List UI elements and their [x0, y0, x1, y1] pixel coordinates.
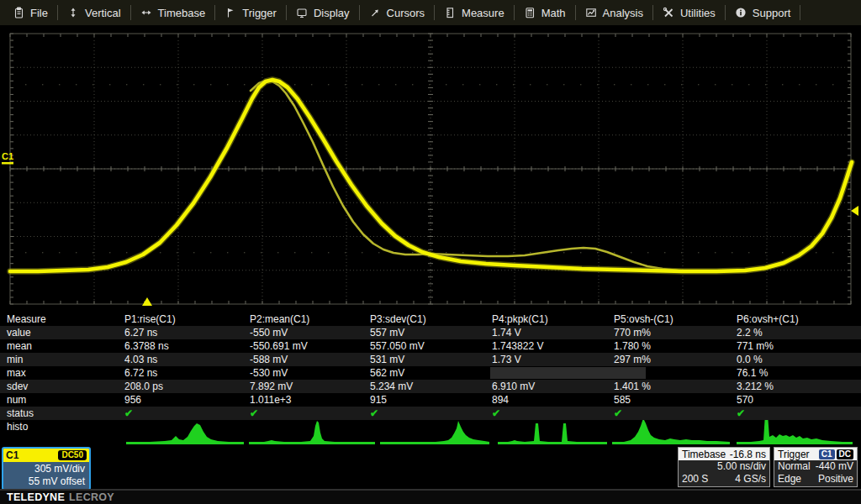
menu-item-label: Cursors — [387, 7, 425, 19]
channel-zero-label: C1 — [2, 151, 13, 161]
timebase-title: Timebase — [682, 449, 726, 460]
timebase-descriptor[interactable]: Timebase -16.8 ns 5.00 ns/div 200 S 4 GS… — [678, 447, 770, 487]
trigger-descriptor[interactable]: Trigger C1 DC Normal -440 mV Edge Positi… — [774, 447, 858, 487]
grid-dot — [563, 84, 564, 85]
status-check-icon: ✔ — [250, 407, 258, 420]
grid-dot — [664, 84, 665, 85]
menu-item-analysis[interactable]: Analysis — [578, 0, 651, 25]
measure-row-max[interactable]: max6.72 ns-530 mV562 mV76.1 % — [0, 366, 861, 380]
row-label: Measure — [7, 312, 46, 326]
trigger-header: Trigger C1 DC — [774, 448, 857, 460]
measure-row-mean[interactable]: mean6.3788 ns-550.691 mV557.050 mV1.7438… — [0, 339, 861, 353]
menu-item-trigger[interactable]: Trigger — [217, 0, 284, 25]
menu-divider — [652, 5, 653, 20]
menu-item-math[interactable]: Math — [516, 0, 573, 25]
trigger-level-marker[interactable] — [851, 206, 858, 216]
menu-item-support[interactable]: Support — [727, 0, 799, 25]
measure-row-num[interactable]: num9561.011e+3915894585570 — [0, 393, 861, 407]
menu-divider — [575, 5, 576, 20]
grid-dot — [530, 84, 531, 85]
grid-dot — [816, 84, 816, 85]
grid-dot — [849, 252, 850, 253]
grid-dot — [25, 84, 26, 85]
grid-dot — [513, 252, 514, 253]
menu-divider — [800, 5, 800, 20]
status-check-icon: ✔ — [614, 407, 622, 420]
measure-cell: -530 mV — [250, 366, 288, 380]
measure-cell: P2:mean(C1) — [250, 312, 309, 326]
grid-dot — [732, 84, 732, 85]
menu-item-vertical[interactable]: Vertical — [60, 0, 129, 25]
menu-item-display[interactable]: Display — [288, 0, 357, 25]
grid-dot — [210, 252, 211, 253]
menu-divider — [130, 5, 131, 20]
grid-dot — [76, 252, 77, 253]
menu-item-utilities[interactable]: Utilities — [655, 0, 723, 25]
grid-dot — [715, 84, 716, 85]
grid-dot — [244, 252, 245, 253]
menu-item-measure[interactable]: Measure — [436, 0, 512, 25]
grid-dot — [42, 84, 43, 85]
trigger-mode: Normal — [778, 460, 811, 473]
measure-cell: 6.910 mV — [492, 380, 535, 393]
vertical-arrows-icon — [67, 7, 79, 18]
grid-dot — [177, 84, 177, 85]
grid-dot — [345, 84, 346, 85]
grid-dot — [378, 84, 379, 85]
measure-cell: 0.0 % — [737, 353, 763, 366]
menu-item-timebase[interactable]: Timebase — [133, 0, 214, 25]
measure-cell: 1.011e+3 — [250, 393, 292, 407]
measure-row-sdev[interactable]: sdev208.0 ps7.892 mV5.234 mV6.910 mV1.40… — [0, 380, 861, 393]
histogram-shape — [737, 420, 853, 444]
grid-dot — [597, 252, 598, 253]
bottom-bar: C1 DC50 305 mV/div 55 mV offset Timebase… — [0, 447, 861, 489]
grid-dot — [160, 252, 161, 253]
channel-scale: 305 mV/div — [3, 463, 85, 475]
trigger-time-marker[interactable] — [142, 297, 152, 306]
menu-item-file[interactable]: File — [5, 0, 55, 25]
measure-cell: P3:sdev(C1) — [370, 312, 426, 326]
measure-cell: 585 — [614, 393, 631, 407]
menu-item-label: File — [30, 7, 48, 19]
measure-row-status[interactable]: status✔✔✔✔✔✔ — [0, 407, 861, 420]
grid-dot — [294, 84, 295, 85]
channel-c1-descriptor[interactable]: C1 DC50 305 mV/div 55 mV offset — [2, 447, 91, 491]
row-label: value — [7, 326, 31, 339]
measure-cell: P1:rise(C1) — [124, 312, 176, 326]
grid-dot — [614, 84, 615, 85]
grid-dot — [177, 252, 177, 253]
measure-cell: 771 m% — [737, 339, 774, 353]
measure-row-min[interactable]: min4.03 ns-588 mV531 mV1.73 V297 m%0.0 % — [0, 353, 861, 366]
grid-dot — [462, 252, 463, 253]
grid-dot — [193, 252, 194, 253]
measure-cell: 208.0 ps — [124, 380, 163, 393]
waveform-display[interactable]: C1 — [0, 27, 861, 312]
cell-selection-highlight — [490, 367, 646, 379]
analysis-chart-icon — [585, 7, 597, 18]
measure-cell: 562 mV — [370, 366, 404, 380]
grid-dot — [446, 84, 446, 85]
histogram-shape — [126, 423, 244, 444]
measure-cell: 7.892 mV — [250, 380, 293, 393]
menu-item-cursors[interactable]: Cursors — [362, 0, 433, 25]
grid-dot — [126, 84, 127, 85]
grid-dot — [109, 84, 110, 85]
timebase-header: Timebase -16.8 ns — [679, 448, 769, 460]
measure-cell: 1.401 % — [614, 380, 651, 393]
row-label: num — [7, 393, 26, 407]
menu-item-label: Timebase — [158, 7, 206, 19]
trigger-title: Trigger — [778, 449, 810, 460]
waveform-grid[interactable]: C1 — [0, 27, 861, 312]
grid-dot — [328, 252, 329, 253]
row-label: sdev — [7, 380, 28, 393]
grid-dot — [681, 252, 682, 253]
measure-cell: -588 mV — [250, 353, 288, 366]
timebase-scale: 5.00 ns/div — [717, 460, 766, 473]
grid-dot — [832, 252, 833, 253]
measure-cell: P4:pkpk(C1) — [492, 312, 548, 326]
measure-row-value[interactable]: value6.27 ns-550 mV557 mV1.74 V770 m%2.2… — [0, 326, 861, 339]
grid-dot — [580, 84, 581, 85]
grid-dot — [210, 84, 211, 85]
grid-dot — [748, 252, 749, 253]
measure-cell: 1.74 V — [492, 326, 521, 339]
